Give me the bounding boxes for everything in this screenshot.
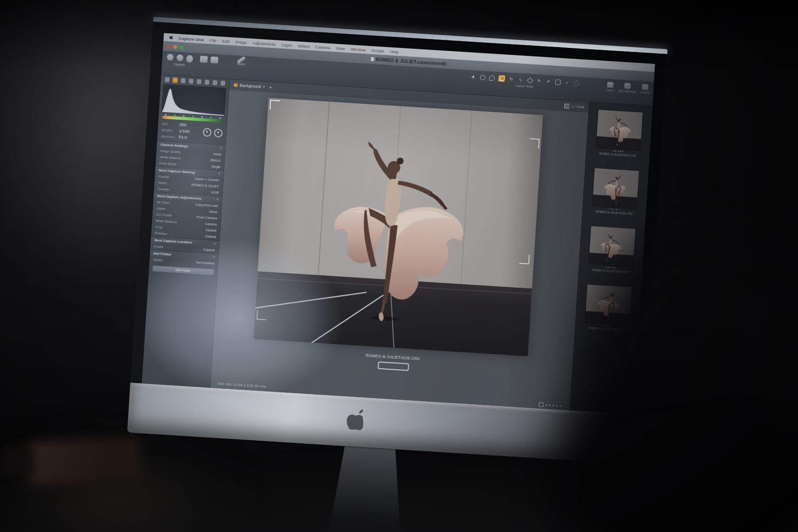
- color-tab-icon[interactable]: [189, 78, 194, 84]
- cursor-tools-label: Cursor Tools: [516, 84, 533, 88]
- chevron-down-icon: ▾: [263, 85, 265, 89]
- clip-warning-button[interactable]: Clip Warning: [618, 82, 637, 93]
- capture-tab-icon-active[interactable]: [173, 78, 178, 83]
- loupe-tool-icon[interactable]: [489, 75, 495, 81]
- iso-label: ISO: [162, 121, 177, 126]
- minimize-button[interactable]: [173, 44, 178, 49]
- document-icon: [370, 57, 374, 61]
- output-button[interactable]: Output: [640, 84, 650, 94]
- toolbar-right-buttons: Learn Clip Warning Output: [606, 82, 650, 94]
- grid-icon[interactable]: [564, 103, 570, 109]
- panel-section: Camera Settings▾ Image QualityRAW White …: [156, 141, 225, 171]
- toolbar-group-styles: Styles: [237, 58, 246, 66]
- metadata-tab-icon[interactable]: [221, 81, 226, 86]
- current-filename: ROMEO & JULIET4105.CR2: [366, 353, 420, 361]
- apple-menu-icon[interactable]: [169, 35, 173, 40]
- capture-icon[interactable]: [186, 55, 193, 63]
- shutter-value[interactable]: 1/160: [179, 128, 190, 133]
- apply-adjustments-tool-icon[interactable]: [573, 80, 579, 86]
- output-icon: [642, 84, 649, 90]
- layer-selector[interactable]: Background ▾: [234, 83, 265, 89]
- menu-item[interactable]: Camera: [315, 44, 330, 50]
- ev-dial-icon[interactable]: [214, 129, 223, 137]
- select-tool-icon[interactable]: ➤: [469, 73, 477, 81]
- foreground-corner-blur: [514, 355, 798, 532]
- hot-folder-button[interactable]: Hot Folder: [153, 266, 214, 275]
- crop-handle[interactable]: [256, 310, 266, 320]
- selection-indicator: [378, 361, 409, 371]
- toolbar-group-capture: Capture: [166, 54, 193, 67]
- blurred-desk-object: [27, 437, 142, 485]
- details-tab-icon[interactable]: [205, 80, 210, 85]
- draw-mask-tool-icon[interactable]: ✐: [545, 78, 552, 85]
- spot-tool-icon[interactable]: ✎: [536, 78, 542, 84]
- filmstrip-thumbnail[interactable]: ROMEO & JULIET4107.CR2: [591, 110, 647, 158]
- aperture-value[interactable]: f/4.0: [179, 134, 187, 140]
- crop-tool-icon-active[interactable]: [498, 75, 505, 82]
- iso-value[interactable]: 250: [180, 122, 187, 127]
- button-label: Output: [640, 90, 649, 94]
- library-tab-icon[interactable]: [165, 77, 170, 82]
- adjustments-tab-icon[interactable]: [213, 80, 218, 86]
- keystone-tool-icon[interactable]: [527, 77, 533, 83]
- menu-item[interactable]: Help: [390, 49, 399, 54]
- menu-item[interactable]: Select: [297, 43, 309, 49]
- wb-dial-icon[interactable]: [203, 128, 211, 137]
- thumbnail-image: [596, 110, 642, 150]
- aperture-label: Aperture: [161, 134, 176, 139]
- menu-item[interactable]: Scripts: [371, 48, 384, 54]
- naming-icon[interactable]: [200, 56, 208, 63]
- panel-section: Hot Folder▾ StatusNot Enabled Hot Folder: [149, 249, 219, 275]
- layer-name: Background: [239, 83, 261, 89]
- ballerina-figure: [312, 125, 478, 328]
- add-layer-button[interactable]: +: [269, 85, 272, 90]
- panel-section: Next Capture Adjustments▾ All OtherCopy …: [151, 192, 222, 240]
- photograph-scene: Capture One File Edit Image Adjustments …: [0, 0, 798, 532]
- button-label: Clip Warning: [618, 89, 636, 93]
- rotate-tool-icon[interactable]: ↻: [508, 76, 514, 82]
- menu-item[interactable]: View: [336, 46, 345, 51]
- menu-item[interactable]: Window: [351, 47, 366, 52]
- crop-handle[interactable]: [519, 254, 529, 264]
- menu-item[interactable]: File: [210, 38, 217, 43]
- blurred-desk-object-small: [3, 446, 34, 475]
- histogram: [161, 84, 226, 117]
- pick-wb-tool-icon[interactable]: ⌁: [564, 79, 570, 86]
- learn-icon: [607, 82, 614, 88]
- adjustments-icon[interactable]: [211, 56, 219, 63]
- histogram-curve: [162, 85, 226, 116]
- clip-warning-icon: [624, 83, 631, 89]
- apple-logo: [344, 407, 364, 430]
- toolbar-group-label: Capture: [174, 63, 185, 66]
- tether-icon[interactable]: [176, 54, 184, 61]
- menu-item[interactable]: Edit: [222, 38, 230, 43]
- zoom-button[interactable]: [180, 45, 184, 49]
- menu-item[interactable]: Adjustments: [253, 40, 276, 47]
- crop-handle[interactable]: [529, 138, 540, 149]
- exif-readout: ISO 200 1/200 s f/16 50 mm: [218, 382, 266, 389]
- lens-tab-icon[interactable]: [181, 78, 186, 83]
- menu-item[interactable]: Image: [235, 39, 247, 45]
- exposure-tab-icon[interactable]: [197, 79, 202, 84]
- erase-mask-tool-icon[interactable]: [555, 79, 561, 85]
- photo-ballerina: [254, 98, 543, 356]
- menu-item[interactable]: Layer: [282, 42, 292, 47]
- learn-button[interactable]: Learn: [606, 82, 614, 92]
- close-button[interactable]: [167, 44, 172, 49]
- crop-handle[interactable]: [270, 100, 280, 110]
- button-label: Learn: [606, 88, 614, 92]
- toolbar-group-2: [200, 56, 219, 64]
- menu-item[interactable]: Capture One: [179, 35, 204, 42]
- image-counter: 1 / 2048: [564, 103, 585, 110]
- rating-dots[interactable]: [613, 150, 624, 152]
- layer-color-icon: [234, 83, 237, 87]
- shutter-label: Shutter: [161, 128, 176, 133]
- panel-section: Next Capture Naming▾ FormatName + Counte…: [154, 166, 223, 196]
- import-icon[interactable]: [167, 54, 174, 61]
- pan-tool-icon[interactable]: [480, 74, 486, 80]
- thumbnail-filename: ROMEO & JULIET4107.CR2: [599, 152, 637, 157]
- straighten-tool-icon[interactable]: ∿: [517, 77, 524, 83]
